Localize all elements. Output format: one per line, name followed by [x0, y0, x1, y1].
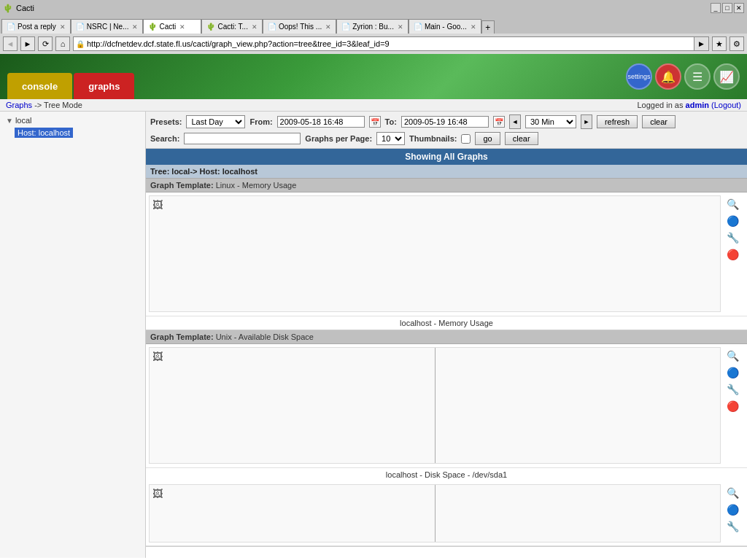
delete-button-disk-1[interactable]: 🔴	[725, 399, 740, 413]
sidebar-item-host[interactable]: Host: localhost	[3, 126, 142, 139]
settings-button-memory[interactable]: 🔧	[725, 230, 740, 245]
title-bar: 🌵 Cacti _ □ ✕	[0, 0, 747, 16]
tab-cacti-t[interactable]: 🌵 Cacti: T... ✕	[201, 19, 263, 34]
tab-close-button[interactable]: ✕	[471, 23, 476, 31]
zoom-in-button-disk-2[interactable]: 🔍	[725, 486, 740, 500]
maximize-button[interactable]: □	[722, 3, 732, 13]
thumbnails-checkbox[interactable]	[461, 134, 471, 144]
tab-close-button[interactable]: ✕	[60, 23, 66, 31]
graph-image-disk-2: 🖼	[149, 484, 721, 542]
refresh-button[interactable]: refresh	[597, 115, 638, 128]
address-go-button[interactable]: ▶	[694, 37, 708, 50]
interval-select[interactable]: 30 Min 1 Hour 2 Hours 4 Hours 6 Hours 12…	[525, 115, 576, 128]
sidebar: ▼ local Host: localhost	[0, 112, 146, 558]
settings-button-disk-1[interactable]: 🔧	[725, 382, 740, 397]
zoom-in-button-memory[interactable]: 🔍	[725, 197, 740, 211]
showing-all-label: Showing All Graphs	[146, 149, 747, 165]
tree-info-bar: Tree: local-> Host: localhost	[146, 165, 747, 179]
graphs-tab-label: graphs	[88, 81, 120, 92]
tab-close-button[interactable]: ✕	[179, 23, 185, 31]
from-calendar-icon[interactable]: 📅	[369, 116, 381, 128]
title-bar-icon: 🌵	[3, 4, 13, 13]
graph-broken-icon-disk-2: 🖼	[152, 488, 164, 499]
console-tab[interactable]: console	[7, 73, 72, 99]
title-bar-left: 🌵 Cacti	[3, 4, 34, 13]
bell-button[interactable]: 🔔	[655, 63, 681, 90]
tab-main-google[interactable]: 📄 Main - Goo... ✕	[409, 19, 481, 34]
minimize-button[interactable]: _	[711, 3, 721, 13]
go-button[interactable]: go	[475, 132, 500, 145]
graph-caption-memory: localhost - Memory Usage	[146, 316, 747, 330]
to-input[interactable]	[401, 116, 489, 128]
graph-template-label-disk: Graph Template: Unix - Available Disk Sp…	[146, 330, 747, 344]
zoom-out-button-disk-1[interactable]: 🔵	[725, 365, 740, 380]
tab-post-reply[interactable]: 📄 Post a reply ✕	[1, 19, 71, 34]
settings-button-disk-2[interactable]: 🔧	[725, 519, 740, 534]
username-link[interactable]: admin	[686, 101, 709, 109]
chart-button[interactable]: 📈	[713, 63, 740, 90]
content-area: Presets: Last Day Last Week Last Month L…	[146, 112, 747, 558]
close-button[interactable]: ✕	[734, 3, 744, 13]
tab-nsrc[interactable]: 📄 NSRC | Ne... ✕	[71, 19, 144, 34]
breadcrumb-bar: Graphs -> Tree Mode Logged in as admin (…	[0, 99, 747, 112]
sidebar-local-label: local	[15, 116, 32, 125]
reload-button[interactable]: ⟳	[38, 36, 53, 51]
tree-expand-icon: ▼	[6, 117, 13, 125]
bell-icon: 🔔	[661, 70, 676, 84]
tab-close-button[interactable]: ✕	[325, 23, 331, 31]
graph-template-name-disk: Unix - Available Disk Space	[216, 332, 314, 341]
next-interval-button[interactable]: ►	[581, 114, 592, 129]
back-button[interactable]: ◄	[3, 36, 18, 51]
clear2-button[interactable]: clear	[505, 132, 538, 145]
graphs-per-page-select[interactable]: 5 10 15 20 25	[376, 132, 405, 145]
from-input[interactable]	[277, 116, 365, 128]
tab-close-button[interactable]: ✕	[252, 23, 258, 31]
tab-zyrion[interactable]: 📄 Zyrion : Bu... ✕	[336, 19, 409, 34]
sidebar-host-label[interactable]: Host: localhost	[15, 128, 73, 138]
delete-button-memory[interactable]: 🔴	[725, 247, 740, 262]
auth-info: Logged in as admin (Logout)	[637, 101, 741, 109]
tab-label: Cacti	[159, 23, 176, 31]
tab-icon: 📄	[76, 23, 85, 31]
logged-in-text: Logged in as	[637, 101, 683, 109]
tabs-bar: 📄 Post a reply ✕ 📄 NSRC | Ne... ✕ 🌵 Cact…	[0, 16, 747, 34]
chart-icon: 📈	[719, 70, 734, 84]
graph-section-disk: Graph Template: Unix - Available Disk Sp…	[146, 330, 747, 547]
title-bar-text: Cacti	[16, 4, 34, 13]
zoom-out-button-memory[interactable]: 🔵	[725, 214, 740, 228]
home-button[interactable]: ⌂	[55, 36, 70, 51]
menu-button[interactable]: ☰	[684, 63, 711, 90]
app-nav-tabs: console graphs	[0, 54, 142, 99]
new-tab-button[interactable]: +	[481, 20, 495, 34]
zoom-in-button-disk-1[interactable]: 🔍	[725, 349, 740, 363]
clear-button[interactable]: clear	[642, 115, 676, 128]
tools-button[interactable]: ⚙	[729, 36, 744, 51]
forward-button[interactable]: ►	[20, 36, 35, 51]
address-input[interactable]	[87, 39, 694, 48]
to-calendar-icon[interactable]: 📅	[493, 116, 505, 128]
tab-cacti[interactable]: 🌵 Cacti ✕	[143, 19, 201, 34]
graph-template-key-disk: Graph Template:	[150, 332, 214, 341]
console-tab-label: console	[22, 81, 58, 92]
graph-template-name-memory: Linux - Memory Usage	[216, 181, 297, 190]
address-lock-icon: 🔒	[74, 40, 87, 48]
to-label: To:	[385, 117, 397, 126]
prev-interval-button[interactable]: ◄	[509, 114, 521, 129]
tab-close-button[interactable]: ✕	[132, 23, 138, 31]
zoom-out-button-disk-2[interactable]: 🔵	[725, 502, 740, 517]
tab-close-button[interactable]: ✕	[398, 23, 403, 31]
vert-line-disk-1	[435, 348, 436, 463]
breadcrumb-graphs-link[interactable]: Graphs	[6, 101, 32, 109]
presets-select[interactable]: Last Day Last Week Last Month Last Year	[186, 115, 245, 128]
star-button[interactable]: ★	[712, 36, 727, 51]
graphs-tab[interactable]: graphs	[74, 73, 134, 99]
search-input[interactable]	[184, 133, 301, 144]
logout-link[interactable]: (Logout)	[711, 101, 741, 109]
settings-button[interactable]: settings	[626, 63, 652, 90]
graphs-per-page-label: Graphs per Page:	[305, 134, 372, 143]
tab-icon: 🌵	[206, 23, 215, 31]
sidebar-item-local[interactable]: ▼ local	[3, 114, 142, 126]
title-bar-controls: _ □ ✕	[711, 3, 744, 13]
tab-oops[interactable]: 📄 Oops! This ... ✕	[263, 19, 336, 34]
breadcrumb-current: Tree Mode	[44, 101, 82, 109]
